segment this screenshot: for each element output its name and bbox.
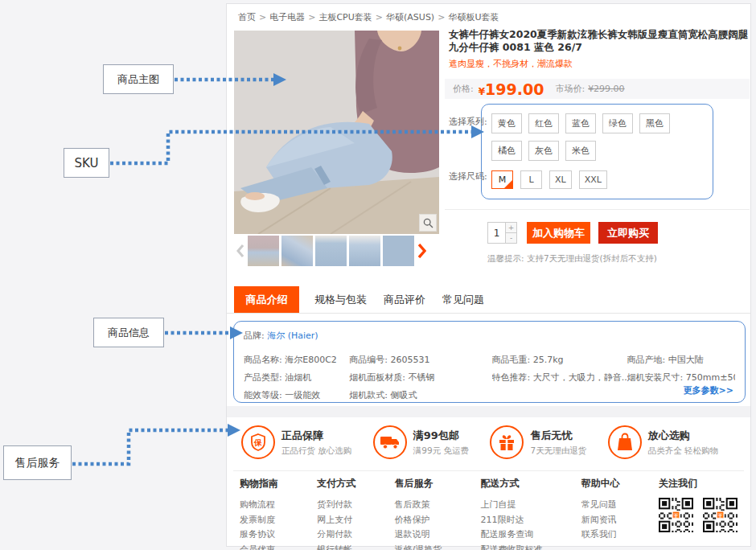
footer-link[interactable]: 价格保护 [395, 513, 442, 528]
footer-link[interactable]: 211限时达 [480, 513, 542, 528]
size-option[interactable]: M [491, 170, 513, 189]
color-option[interactable]: 蓝色 [565, 113, 596, 133]
quantity-input[interactable]: 1 [487, 222, 506, 244]
product-photo-illustration [234, 31, 439, 234]
info-field: 商品编号: 2605531 [349, 354, 491, 366]
quantity-increase-button[interactable]: + [506, 222, 517, 233]
product-thumbnail[interactable] [281, 236, 313, 266]
footer-link[interactable]: 退款说明 [395, 527, 442, 543]
sku-section: 选择系列: 选择尺码: 黄色红色蓝色绿色黑色橘色灰色米色 MLXLXXL [449, 104, 750, 199]
size-option[interactable]: L [520, 170, 542, 189]
color-option[interactable]: 绿色 [602, 113, 633, 133]
footer-link[interactable]: 银行转帐 [317, 543, 355, 550]
prev-thumbnail-icon[interactable] [234, 236, 245, 266]
qr-code: 王 [659, 498, 693, 532]
info-field-label: 商品毛重: [492, 355, 533, 365]
footer-link[interactable]: 上门自提 [480, 498, 542, 513]
breadcrumb-link[interactable]: 华硕(ASUS) [386, 12, 434, 23]
price-label: 价格: [453, 83, 474, 95]
footer-column-title: 关注我们 [659, 477, 738, 490]
breadcrumb-separator: > [376, 12, 383, 23]
annotation-after-sales: 售后服务 [3, 445, 72, 480]
info-field: 商品名称: 海尔E800C2 [244, 354, 349, 366]
size-option[interactable]: XL [549, 170, 572, 189]
service-text: 售后无忧7天无理由退货 [530, 429, 586, 457]
info-grid: 商品名称: 海尔E800C2商品编号: 2605531商品毛重: 25.7kg商… [244, 354, 735, 401]
breadcrumb-link[interactable]: 首页 [238, 12, 256, 23]
info-field-value: 不锈钢 [409, 372, 435, 383]
info-field-value: 一级能效 [285, 390, 320, 400]
breadcrumb-link[interactable]: 主板CPU套装 [318, 12, 372, 23]
annotation-sku: SKU [64, 148, 109, 178]
market-price-label: 市场价: [555, 83, 585, 95]
footer-link[interactable]: 返修/退换货 [395, 543, 442, 550]
sku-box: 黄色红色蓝色绿色黑色橘色灰色米色 MLXLXXL [481, 104, 713, 199]
size-option[interactable]: XXL [579, 170, 607, 189]
size-label: 选择尺码: [449, 170, 487, 183]
tab-商品介绍[interactable]: 商品介绍 [234, 286, 299, 313]
product-thumbnail[interactable] [349, 236, 380, 266]
footer-column: 购物指南购物流程发票制度服务协议会员优惠 [240, 477, 278, 550]
service-desc: 7天无理由退货 [530, 445, 586, 457]
footer-link[interactable]: 联系我们 [581, 527, 620, 543]
footer-link[interactable]: 货到付款 [317, 498, 355, 513]
info-field: 烟机面板材质: 不锈钢 [349, 371, 491, 384]
breadcrumb-link[interactable]: 电子电器 [269, 12, 305, 23]
product-title: 女裤牛仔裤女2020夏季新款泫雅长裤女韩版显瘦直筒宽松高腰阔腿九分牛仔裤 008… [449, 28, 750, 54]
footer-link[interactable]: 分期付款 [317, 527, 355, 543]
service-text: 正品保障正品行货 放心选购 [281, 429, 351, 457]
color-option[interactable]: 米色 [565, 141, 596, 161]
footer-link[interactable]: 服务协议 [240, 527, 278, 543]
brand-label: 品牌: [244, 330, 265, 341]
breadcrumb-link[interactable]: 华硕板U套装 [448, 12, 499, 23]
svg-text:保: 保 [253, 438, 262, 447]
product-promo: 遮肉显瘦，不挑身材，潮流爆款 [449, 58, 750, 70]
footer-link[interactable]: 发票制度 [240, 513, 278, 528]
color-option[interactable]: 黄色 [491, 113, 522, 133]
more-params-link[interactable]: 更多参数>> [684, 384, 733, 396]
shield-icon: 保 [241, 425, 275, 459]
product-thumbnail[interactable] [248, 236, 279, 266]
info-field-label: 烟机款式: [349, 390, 390, 400]
product-thumbnail[interactable] [383, 236, 414, 266]
service-title: 满99包邮 [413, 429, 469, 443]
next-thumbnail-icon[interactable] [417, 236, 428, 266]
footer-column: 关注我们王王 [659, 477, 738, 550]
color-option[interactable]: 红色 [528, 113, 559, 133]
magnifier-icon[interactable] [419, 214, 437, 232]
brand-link[interactable]: 海尔 (Haier) [267, 330, 318, 341]
quantity-decrease-button[interactable]: - [506, 233, 517, 244]
product-main-image[interactable] [234, 31, 439, 234]
thumbnail-strip [234, 235, 439, 267]
add-to-cart-button[interactable]: 加入购物车 [527, 222, 590, 244]
tab-常见问题[interactable]: 常见问题 [441, 286, 486, 313]
footer-link[interactable]: 常见问题 [581, 498, 620, 513]
info-field-label: 产品类型: [244, 372, 285, 383]
service-title: 正品保障 [281, 429, 351, 443]
tab-规格与包装[interactable]: 规格与包装 [313, 286, 368, 313]
color-option[interactable]: 黑色 [639, 113, 670, 133]
product-page-panel: 首页>电子电器>主板CPU套装>华硕(ASUS)>华硕板U套装 [226, 3, 751, 547]
service-badge: 售后无忧7天无理由退货 [490, 425, 586, 459]
section-divider-band [227, 406, 750, 417]
footer-link[interactable]: 售后政策 [395, 498, 442, 513]
annotation-main-image: 商品主图 [103, 64, 174, 94]
info-field-value: 侧吸式 [391, 390, 417, 400]
info-field: 能效等级: 一级能效 [244, 389, 349, 401]
footer-column-title: 帮助中心 [581, 477, 620, 490]
product-thumbnail[interactable] [315, 236, 347, 266]
footer-column: 支付方式货到付款网上支付分期付款银行转帐 [317, 477, 355, 550]
buy-now-button[interactable]: 立即购买 [598, 222, 658, 244]
footer-link[interactable]: 配送服务查询 [480, 527, 542, 543]
footer-link[interactable]: 网上支付 [317, 513, 355, 528]
info-field-value: 25.7kg [533, 355, 564, 365]
footer-link[interactable]: 配送费收取标准 [480, 543, 542, 550]
footer-link[interactable]: 新闻资讯 [581, 513, 620, 528]
footer-column-title: 购物指南 [240, 477, 278, 490]
tab-商品评价[interactable]: 商品评价 [382, 286, 427, 313]
color-option[interactable]: 灰色 [528, 141, 559, 161]
annotated-product-page: { "annotations": { "main_image": "商品主图",… [0, 0, 756, 550]
footer-link[interactable]: 购物流程 [240, 498, 278, 513]
footer-link[interactable]: 会员优惠 [240, 543, 278, 550]
color-option[interactable]: 橘色 [491, 141, 522, 161]
